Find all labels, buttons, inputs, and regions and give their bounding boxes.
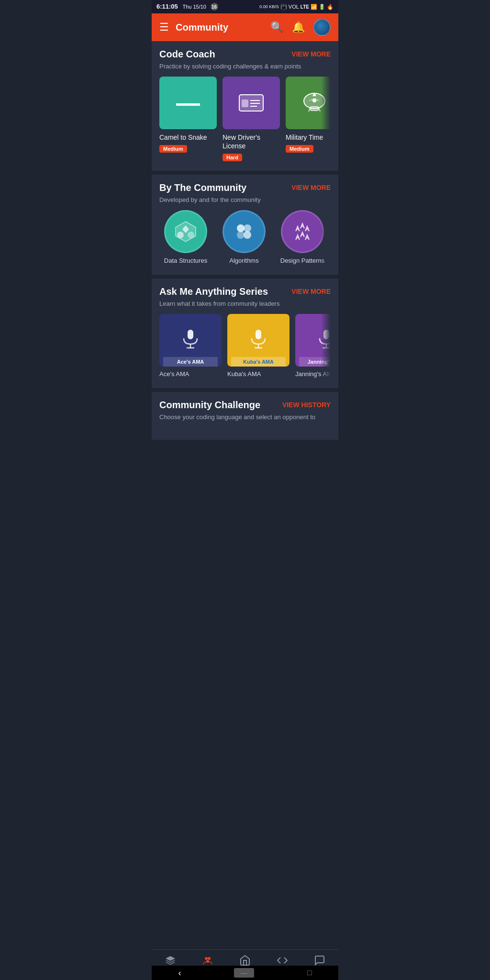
community-section-header: By The Community VIEW MORE [159,182,331,193]
code-coach-header: Code Coach VIEW MORE [159,49,331,60]
challenge-section: Community Challenge VIEW HISTORY Choose … [152,392,338,440]
battery-icon: 🔋 [319,4,325,10]
janning-label-bar: Janning's AMA [299,357,331,367]
mic-svg-kuba [248,328,269,349]
community-item-dp[interactable]: Design Patterns [276,210,329,265]
svg-rect-32 [188,330,193,339]
search-icon[interactable]: 🔍 [270,21,283,33]
ama-subtitle: Learn what it takes from community leade… [159,300,331,307]
home-button[interactable]: — [234,968,254,978]
ds-circle [164,210,207,253]
bell-icon[interactable]: 🔔 [292,21,305,33]
header: ☰ Community 🔍 🔔 [152,13,338,41]
avatar-image [314,20,330,35]
code-coach-title: Code Coach [159,49,215,60]
coach-card-license[interactable]: New Driver's License Hard [223,77,280,161]
ama-view-more[interactable]: VIEW MORE [291,286,331,295]
status-bar: 6:11:05 Thu 15/10 16 0.00 KB/S 📳 VOL LTE… [152,0,338,13]
challenge-subtitle: Choose your coding language and select a… [159,413,331,421]
kuba-label-bar: Kuba's AMA [231,357,286,367]
ama-card-janning[interactable]: Janning's AMA Janning's AMA [295,314,331,379]
svg-point-48 [208,957,211,960]
janning-card-title: Janning's AMA [295,370,331,379]
status-time-date: 6:11:05 Thu 15/10 16 [156,3,218,11]
ace-card-title: Ace's AMA [159,370,222,379]
ama-card-ace[interactable]: Ace's AMA Ace's AMA [159,314,222,379]
header-left: ☰ Community [159,21,228,33]
coach-card-camel[interactable]: — Camel to Snake Medium [159,77,217,161]
network-speed: 0.00 KB/S [259,4,279,9]
ace-mic-icon [180,320,201,357]
section-title-ama: Ask Me Anything Series [159,286,268,297]
svg-marker-20 [305,226,309,231]
svg-point-49 [206,960,209,963]
svg-rect-1 [242,100,248,107]
mic-svg-ace [180,328,201,349]
content-area: Code Coach VIEW MORE Practice by solving… [152,41,338,501]
dp-circle [281,210,324,253]
date: Thu 15/10 [182,4,206,10]
vibrate-icon: 📳 [280,4,287,10]
coach-view-more[interactable]: VIEW MORE [291,49,331,58]
challenge-title: Community Challenge [159,400,260,411]
ama-image-ace: Ace's AMA [159,314,222,367]
system-nav-bar: ‹ — □ [152,966,338,980]
back-button[interactable]: ‹ [178,968,181,978]
community-items-row: Data Structures Algorithms [159,210,331,267]
svg-point-15 [237,224,245,232]
svg-rect-35 [256,330,261,339]
challenge-view-history[interactable]: VIEW HISTORY [282,400,331,409]
military-card-title: Military Time [286,133,331,142]
code-coach-section: Code Coach VIEW MORE Practice by solving… [152,41,338,171]
janning-mic-icon [316,320,331,357]
community-item-ds[interactable]: Data Structures [159,210,212,265]
community-subtitle: Developed by and for the community [159,196,331,203]
svg-point-14 [188,232,194,238]
community-section: By The Community VIEW MORE Developed by … [152,175,338,275]
svg-marker-23 [305,235,309,240]
dp-icon [290,219,315,245]
ama-title-wrap: Ask Me Anything Series [159,286,268,297]
community-section-title-wrap: By The Community [159,182,246,193]
svg-point-47 [205,957,208,960]
svg-point-7 [312,99,316,102]
coach-subtitle: Practice by solving coding challenges & … [159,63,331,70]
challenge-header: Community Challenge VIEW HISTORY [159,400,331,411]
svg-marker-22 [301,232,304,237]
status-icons: 0.00 KB/S 📳 VOL LTE 📶 🔋 🔥 [259,4,334,10]
community-item-algo[interactable]: Algorithms [218,210,270,265]
camel-card-title: Camel to Snake [159,133,217,142]
ds-icon [173,219,199,245]
avatar[interactable] [313,19,331,36]
coach-cards-row: — Camel to Snake Medium New Driver's Lic [159,77,331,163]
ama-image-janning: Janning's AMA [295,314,331,367]
coach-card-military[interactable]: Military Time Medium [286,77,331,161]
ds-label: Data Structures [164,257,207,265]
svg-marker-21 [296,226,300,231]
lte-icon: LTE [301,4,309,10]
camel-difficulty: Medium [159,145,187,153]
section-title-community: By The Community [159,182,246,193]
algo-icon [231,219,257,245]
time: 6:11:05 [156,3,178,10]
mic-svg-janning [316,328,331,349]
svg-point-18 [244,231,251,239]
algo-label: Algorithms [229,257,258,265]
header-right: 🔍 🔔 [270,19,331,36]
ama-section-header: Ask Me Anything Series VIEW MORE [159,286,331,297]
community-view-more[interactable]: VIEW MORE [291,182,331,191]
section-title-coach: Code Coach [159,49,215,60]
signal-icon: 📶 [311,4,317,10]
ama-section: Ask Me Anything Series VIEW MORE Learn w… [152,278,338,388]
recents-button[interactable]: □ [307,969,312,977]
ama-cards-row: Ace's AMA Ace's AMA Kuba's AMA [159,314,331,380]
license-card-title: New Driver's License [223,133,280,150]
notif-count: 16 [211,3,218,11]
svg-marker-24 [296,235,300,240]
svg-marker-19 [301,223,304,228]
svg-rect-8 [311,107,318,111]
ama-card-kuba[interactable]: Kuba's AMA Kuba's AMA [227,314,290,379]
ama-image-kuba: Kuba's AMA [227,314,290,367]
menu-icon[interactable]: ☰ [159,21,169,33]
license-difficulty: Hard [223,154,242,161]
